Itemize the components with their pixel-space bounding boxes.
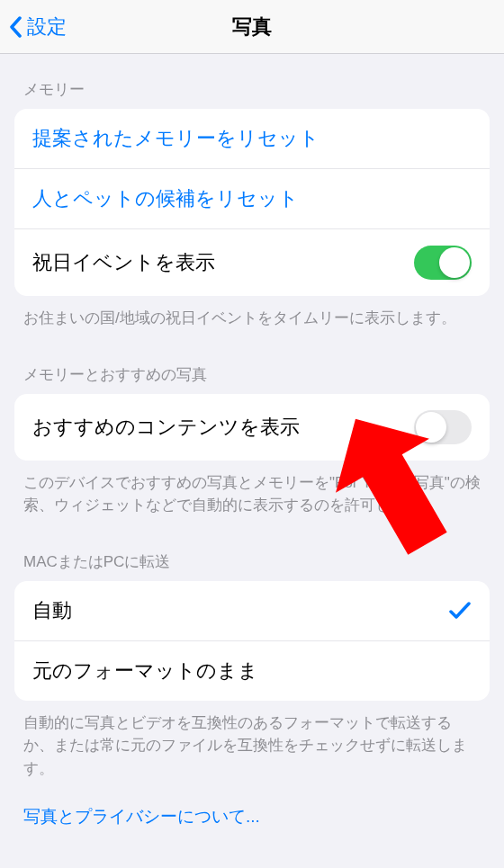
reset-people-label: 人とペットの候補をリセット [32,185,299,212]
transfer-auto-label: 自動 [32,597,72,624]
show-recommended-row: おすすめのコンテンツを表示 [14,394,490,461]
page-title: 写真 [232,13,272,40]
back-button[interactable]: 設定 [9,13,67,40]
section-footer-memory: お住まいの国/地域の祝日イベントをタイムリーに表示します。 [0,296,504,339]
nav-bar: 設定 写真 [0,0,504,54]
transfer-original-row[interactable]: 元のフォーマットのまま [14,640,490,701]
privacy-link[interactable]: 写真とプライバシーについて... [0,789,504,845]
back-label: 設定 [27,13,67,40]
section-header-memory: メモリー [0,54,504,109]
checkmark-icon [448,599,472,622]
group-transfer: 自動 元のフォーマットのまま [14,581,490,701]
reset-memories-label: 提案されたメモリーをリセット [32,125,320,152]
section-footer-recommended: このデバイスでおすすめの写真とメモリーを"For You"、"写真"の検索、ウィ… [0,461,504,526]
section-footer-transfer: 自動的に写真とビデオを互換性のあるフォーマットで転送するか、または常に元のファイ… [0,701,504,790]
recommended-toggle[interactable] [414,410,472,444]
reset-memories-row[interactable]: 提案されたメモリーをリセット [14,109,490,168]
section-header-transfer: MACまたはPCに転送 [0,526,504,581]
chevron-left-icon [9,16,22,38]
show-holidays-label: 祝日イベントを表示 [32,249,215,276]
group-recommended: おすすめのコンテンツを表示 [14,394,490,461]
show-holidays-toggle[interactable] [414,246,472,280]
transfer-auto-row[interactable]: 自動 [14,581,490,640]
toggle-knob [416,412,446,443]
show-holidays-row: 祝日イベントを表示 [14,228,490,296]
transfer-original-label: 元のフォーマットのまま [32,658,258,685]
show-recommended-label: おすすめのコンテンツを表示 [32,414,300,441]
toggle-knob [439,247,470,278]
section-header-recommended: メモリーとおすすめの写真 [0,339,504,394]
group-memory: 提案されたメモリーをリセット 人とペットの候補をリセット 祝日イベントを表示 [14,109,490,296]
reset-people-row[interactable]: 人とペットの候補をリセット [14,168,490,228]
